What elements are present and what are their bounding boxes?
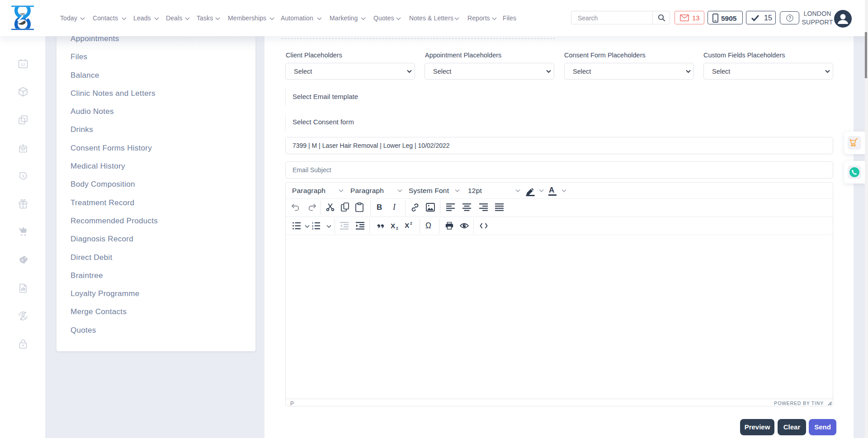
svg-text:1: 1 bbox=[312, 222, 313, 224]
svg-text:3: 3 bbox=[312, 227, 313, 230]
svg-text:X: X bbox=[405, 221, 410, 229]
svg-text:12: 12 bbox=[21, 62, 25, 67]
svg-text:2: 2 bbox=[396, 226, 398, 230]
svg-text:X: X bbox=[391, 222, 396, 230]
svg-text:2: 2 bbox=[410, 221, 412, 226]
svg-text:?: ? bbox=[788, 16, 791, 21]
svg-text:2: 2 bbox=[312, 225, 313, 227]
svg-text:$: $ bbox=[21, 258, 24, 262]
